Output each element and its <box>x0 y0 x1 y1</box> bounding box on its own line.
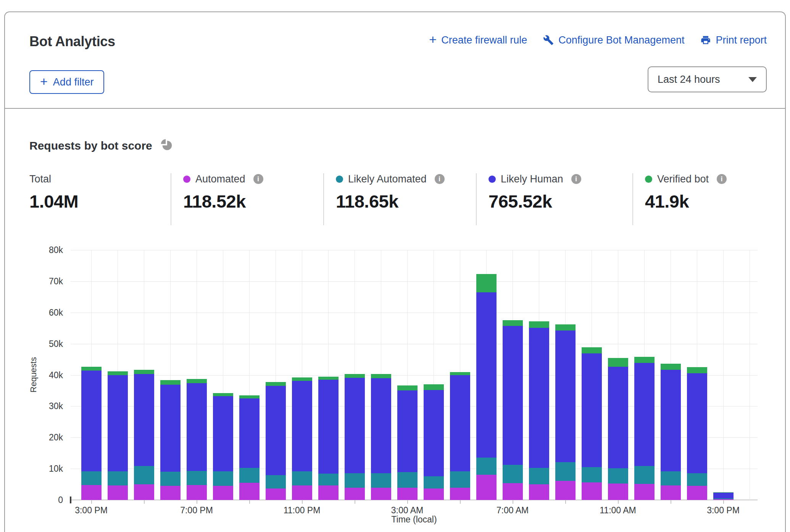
bar-segment-automated <box>424 488 444 500</box>
bar-segment-likely-automated <box>529 468 549 484</box>
bar[interactable] <box>687 367 707 500</box>
bar-segment-likely-automated <box>424 476 444 488</box>
likely-automated-dot <box>336 176 343 183</box>
bar-segment-likely-automated <box>318 474 339 485</box>
bar[interactable] <box>292 377 312 500</box>
bar[interactable] <box>661 364 681 500</box>
bar-segment-likely-automated <box>345 473 365 488</box>
bar-segment-verified-bot <box>371 374 391 378</box>
bar-segment-automated <box>608 484 628 500</box>
bar[interactable] <box>345 374 365 500</box>
stat-value: 1.04M <box>29 191 78 212</box>
bar-segment-verified-bot <box>476 274 497 292</box>
print-report-link[interactable]: Print report <box>700 34 767 46</box>
bar-segment-likely-automated <box>503 465 523 483</box>
bar[interactable] <box>187 379 207 500</box>
bar-segment-verified-bot <box>555 324 576 330</box>
bar-segment-likely-human <box>661 370 681 471</box>
bar[interactable] <box>529 321 549 500</box>
bar-segment-automated <box>529 484 549 500</box>
stats-row: Total 1.04M Automated i 118.52k Likely A… <box>5 172 785 226</box>
bar-segment-likely-automated <box>266 475 286 488</box>
bar[interactable] <box>160 380 181 500</box>
bar-segment-likely-human <box>81 371 102 471</box>
bar-segment-likely-human <box>397 390 418 472</box>
action-label: Print report <box>716 34 767 46</box>
bar-segment-likely-human <box>187 383 207 471</box>
bar[interactable] <box>713 492 734 500</box>
bar-segment-automated <box>108 485 128 500</box>
bar-segment-likely-human <box>345 378 365 473</box>
bar-segment-likely-human <box>555 330 576 462</box>
bar[interactable] <box>266 382 286 500</box>
bar-segment-automated <box>187 485 207 500</box>
add-filter-button[interactable]: + Add filter <box>29 70 104 94</box>
bar-segment-likely-human <box>713 493 734 498</box>
card-header: Bot Analytics + Create firewall rule Con… <box>5 12 785 109</box>
stat-automated: Automated i 118.52k <box>183 172 263 212</box>
divider <box>323 173 324 225</box>
bar-segment-automated <box>345 488 365 500</box>
verified-bot-dot <box>645 176 652 183</box>
bar-segment-automated <box>555 481 576 500</box>
create-firewall-rule-link[interactable]: + Create firewall rule <box>429 34 527 47</box>
bar-segment-automated <box>476 475 497 500</box>
bar-segment-automated <box>318 485 339 500</box>
bar-segment-automated <box>371 488 391 500</box>
bar-segment-automated <box>713 499 734 500</box>
bar-segment-likely-automated <box>81 471 102 485</box>
bar-segment-verified-bot <box>345 374 365 378</box>
bar[interactable] <box>450 372 470 500</box>
bar[interactable] <box>634 357 655 500</box>
bar-segment-likely-automated <box>108 471 128 485</box>
bar[interactable] <box>108 371 128 500</box>
bot-analytics-page: { "header": { "title": "Bot Analytics", … <box>0 0 790 532</box>
bar-segment-likely-automated <box>582 467 602 482</box>
bar[interactable] <box>134 370 154 500</box>
bar-segment-likely-human <box>134 374 154 466</box>
bar[interactable] <box>476 274 497 500</box>
bar-segment-verified-bot <box>160 380 181 385</box>
bar[interactable] <box>371 374 391 500</box>
info-icon[interactable]: i <box>253 174 263 184</box>
action-label: Create firewall rule <box>441 34 527 46</box>
bar-segment-likely-automated <box>213 471 233 486</box>
stat-label: Total <box>29 173 51 185</box>
bar[interactable] <box>397 385 418 500</box>
bar-segment-likely-human <box>608 367 628 468</box>
bar[interactable] <box>81 367 102 500</box>
wrench-icon <box>543 35 554 45</box>
add-filter-label: Add filter <box>53 76 94 88</box>
bar-segment-automated <box>582 482 602 500</box>
bar[interactable] <box>555 324 576 500</box>
bar[interactable] <box>239 395 260 500</box>
bar-segment-likely-human <box>318 380 339 474</box>
stat-value: 765.52k <box>489 191 581 212</box>
configure-bot-management-link[interactable]: Configure Bot Management <box>543 34 684 46</box>
info-icon[interactable]: i <box>717 174 727 184</box>
bar-segment-likely-human <box>371 378 391 473</box>
bar-segment-automated <box>503 483 523 500</box>
bar[interactable] <box>424 384 444 500</box>
info-icon[interactable]: i <box>435 174 445 184</box>
bar-segment-automated <box>81 485 102 500</box>
bar[interactable] <box>582 347 602 500</box>
bar-segment-likely-human <box>529 328 549 468</box>
divider <box>632 173 633 225</box>
stat-value: 41.9k <box>645 191 727 212</box>
bar[interactable] <box>608 358 628 500</box>
info-icon[interactable]: i <box>571 174 581 184</box>
bar[interactable] <box>318 377 339 500</box>
stat-label: Likely Automated <box>348 173 427 185</box>
bar-segment-likely-human <box>634 363 655 466</box>
bar[interactable] <box>503 320 523 500</box>
time-range-select[interactable]: Last 24 hours <box>648 66 767 92</box>
bar[interactable] <box>213 393 233 500</box>
bar-segment-likely-automated <box>608 468 628 484</box>
bar-segment-automated <box>397 488 418 500</box>
stat-total: Total 1.04M <box>29 172 78 212</box>
bar-segment-likely-automated <box>661 471 681 485</box>
stat-value: 118.65k <box>336 191 445 212</box>
bar-segment-verified-bot <box>503 320 523 326</box>
divider <box>171 173 171 225</box>
